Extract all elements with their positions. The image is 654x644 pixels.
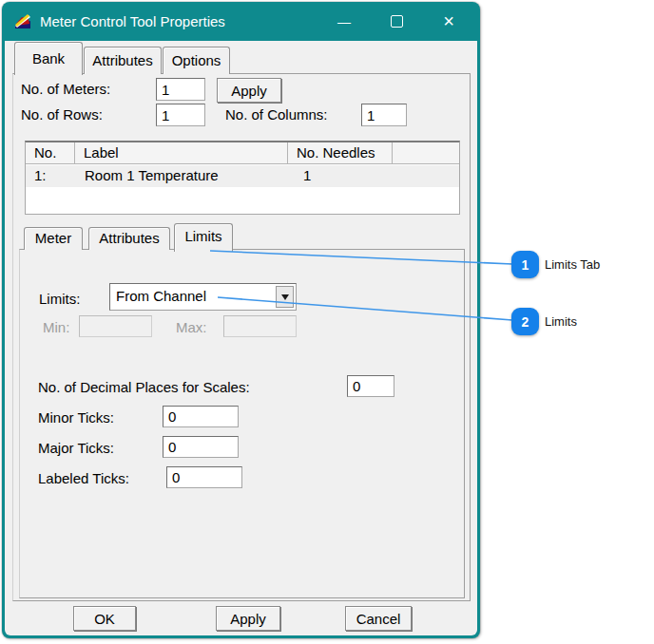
cancel-button[interactable]: Cancel	[345, 606, 412, 631]
list-row-selected[interactable]: 1: Room 1 Temperature 1	[26, 165, 459, 187]
limits-dropdown[interactable]: From Channel	[109, 283, 297, 311]
max-label: Max:	[176, 319, 207, 335]
dialog-window: Meter Control Tool Properties — × Bank A…	[2, 2, 480, 638]
list-cell-needles: 1	[303, 165, 311, 187]
meter-list: No. Label No. Needles 1: Room 1 Temperat…	[25, 141, 460, 215]
titlebar[interactable]: Meter Control Tool Properties — ×	[2, 2, 480, 41]
apply-button[interactable]: Apply	[216, 606, 280, 631]
tab-attributes[interactable]: Attributes	[84, 47, 162, 74]
decimal-places-input[interactable]	[347, 375, 394, 397]
decimal-places-label: No. of Decimal Places for Scales:	[38, 379, 250, 395]
callout-label-2: Limits	[545, 314, 577, 329]
screenshot-stage: Meter Control Tool Properties — × Bank A…	[0, 0, 654, 644]
min-label: Min:	[43, 319, 69, 335]
chevron-down-icon	[281, 294, 289, 300]
minimize-icon[interactable]: —	[323, 2, 365, 41]
rows-input[interactable]	[156, 104, 205, 126]
callout-badge-2: 2	[511, 308, 539, 335]
list-header-filler	[393, 142, 459, 164]
callout-badge-1: 1	[511, 251, 539, 278]
minor-ticks-input[interactable]	[163, 406, 239, 427]
labeled-ticks-input[interactable]	[166, 466, 242, 488]
rows-label: No. of Rows:	[21, 106, 103, 123]
list-header-label: Label	[75, 142, 288, 164]
list-cell-no: 1:	[34, 165, 47, 187]
max-input	[223, 315, 297, 337]
dropdown-arrow-button[interactable]	[276, 286, 294, 308]
callout-label-1: Limits Tab	[545, 257, 600, 272]
app-icon	[14, 12, 33, 31]
close-icon[interactable]: ×	[428, 2, 470, 41]
minor-ticks-label: Minor Ticks:	[38, 409, 114, 426]
tab-meter-attributes[interactable]: Attributes	[88, 227, 170, 250]
meters-label: No. of Meters:	[21, 81, 110, 97]
list-cell-label: Room 1 Temperature	[85, 165, 219, 187]
limits-label: Limits:	[39, 291, 80, 307]
major-ticks-input[interactable]	[163, 436, 239, 458]
limits-dropdown-value: From Channel	[116, 284, 206, 310]
list-header-no: No.	[26, 142, 75, 164]
tab-options[interactable]: Options	[163, 47, 230, 74]
tab-bank[interactable]: Bank	[14, 42, 83, 75]
labeled-ticks-label: Labeled Ticks:	[38, 470, 129, 486]
min-input	[79, 315, 152, 337]
ok-button[interactable]: OK	[73, 606, 136, 631]
tab-meter[interactable]: Meter	[24, 227, 83, 250]
columns-input[interactable]	[361, 104, 407, 126]
major-ticks-label: Major Ticks:	[38, 440, 114, 456]
tab-limits[interactable]: Limits	[174, 223, 233, 252]
apply-meters-button[interactable]: Apply	[217, 78, 281, 103]
list-header-needles: No. Needles	[288, 142, 393, 164]
columns-label: No. of Columns:	[225, 106, 328, 123]
maximize-icon[interactable]	[375, 2, 417, 41]
window-title: Meter Control Tool Properties	[40, 2, 225, 41]
meters-input[interactable]	[156, 78, 205, 101]
